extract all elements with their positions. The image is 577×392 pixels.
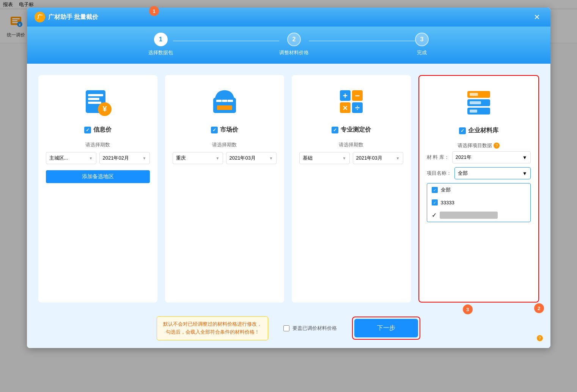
- dialog-header: 广 广材助手 批量截价 ✕: [27, 8, 550, 27]
- info-price-icon: ¥: [83, 86, 113, 118]
- help-icon[interactable]: ?: [494, 143, 500, 149]
- step-2: 2 调整材料价格: [279, 33, 309, 56]
- measure-price-period-select[interactable]: 2021年03月 ▼: [353, 152, 403, 164]
- badge-3: 3: [463, 304, 473, 314]
- dropdown-label-blurred: ████████: [440, 212, 498, 219]
- material-library-label: 材 料 库：: [427, 154, 449, 161]
- market-price-title: ✓ 市场价: [211, 126, 238, 134]
- project-name-select[interactable]: 全部 ▼: [454, 167, 531, 179]
- info-price-selects: 主城区... ▼ 2021年02月 ▼: [46, 152, 150, 164]
- project-name-label: 项目名称：: [427, 170, 451, 177]
- project-name-row: 项目名称： 全部 ▼: [427, 167, 531, 179]
- cover-label: 要盖已调价材料价格: [292, 325, 337, 332]
- badge-1: 1: [149, 6, 159, 16]
- step-line-2: [309, 41, 415, 41]
- next-btn-area: 下一步: [352, 317, 420, 340]
- info-price-select-label: 请选择期数: [85, 141, 110, 148]
- footer-help-icon[interactable]: ?: [537, 335, 543, 341]
- dropdown-item-blurred[interactable]: ✓ ████████: [427, 209, 530, 222]
- steps-bar: 1 选择数据包 2 调整材料价格 3 完成: [27, 27, 550, 64]
- step-3-label: 完成: [417, 49, 427, 56]
- dropdown-checkbox-all: ✓: [432, 187, 438, 193]
- svg-rect-53: [88, 102, 101, 104]
- info-price-card: ¥ ✓ 信息价 请选择期数 主城区... ▼ 2021年02月 ▼: [38, 75, 157, 303]
- step-1-circle: 1: [154, 33, 168, 46]
- svg-text:¥: ¥: [102, 105, 107, 113]
- dialog-overlay: 广 广材助手 批量截价 ✕ 1 选择数据包 2 调整材料价格 3 完成: [0, 0, 577, 392]
- svg-rect-51: [88, 94, 103, 96]
- svg-text:×: ×: [343, 103, 347, 113]
- info-price-region-select[interactable]: 主城区... ▼: [46, 152, 96, 164]
- cover-row: 要盖已调价材料价格: [283, 325, 337, 332]
- svg-rect-70: [470, 93, 478, 96]
- info-price-title: ✓ 信息价: [84, 126, 112, 134]
- info-price-period-select[interactable]: 2021年02月 ▼: [99, 152, 150, 164]
- material-library-select[interactable]: 2021年 ▼: [452, 151, 531, 163]
- badge-2: 2: [534, 303, 544, 313]
- batch-price-dialog: 广 广材助手 批量截价 ✕ 1 选择数据包 2 调整材料价格 3 完成: [27, 8, 550, 348]
- enterprise-material-checkbox[interactable]: ✓: [459, 127, 466, 134]
- dropdown-checkbox-33333: ✓: [432, 199, 438, 205]
- warning-box: 默认不会对已经调整过的材料价格进行修改， 勾选后，会载入全部符合条件的材料价格！: [157, 316, 268, 340]
- project-data-label: 请选择项目数据 ?: [458, 142, 500, 149]
- svg-text:÷: ÷: [355, 103, 359, 113]
- svg-rect-57: [216, 100, 222, 102]
- step-3: 3 完成: [415, 33, 429, 56]
- step-3-circle: 3: [415, 33, 429, 46]
- dropdown-label-33333: 33333: [441, 200, 454, 205]
- svg-rect-52: [88, 98, 99, 100]
- dialog-title: 广 广材助手 批量截价: [35, 12, 98, 22]
- step-1-label: 选择数据包: [148, 49, 173, 56]
- dialog-footer: 默认不会对已经调整过的材料价格进行修改， 勾选后，会载入全部符合条件的材料价格！…: [27, 310, 550, 348]
- app-logo: 广: [35, 12, 45, 22]
- dropdown-item-all[interactable]: ✓ 全部: [427, 183, 530, 196]
- market-price-select-label: 请选择期数: [212, 141, 237, 148]
- dropdown-checkbox-blurred: ✓: [432, 212, 437, 219]
- measure-price-checkbox[interactable]: ✓: [332, 127, 338, 133]
- dropdown-label-all: 全部: [441, 187, 451, 193]
- enterprise-material-card: ✓ 企业材料库 请选择项目数据 ? 材 料 库： 2021年 ▼ 项目名称：: [418, 75, 539, 303]
- measure-price-title: ✓ 专业测定价: [332, 126, 371, 134]
- dialog-body: ¥ ✓ 信息价 请选择期数 主城区... ▼ 2021年02月 ▼: [27, 64, 550, 310]
- market-price-region-select[interactable]: 重庆 ▼: [173, 152, 223, 164]
- svg-rect-59: [228, 100, 233, 102]
- svg-rect-60: [217, 105, 232, 110]
- svg-rect-58: [222, 100, 227, 102]
- next-button[interactable]: 下一步: [354, 319, 418, 337]
- add-backup-region-button[interactable]: 添加备选地区: [46, 170, 150, 183]
- material-library-row: 材 料 库： 2021年 ▼: [427, 151, 531, 163]
- measure-price-selects: 基础 ▼ 2021年03月 ▼: [299, 152, 403, 164]
- market-price-checkbox[interactable]: ✓: [211, 127, 218, 133]
- step-2-circle: 2: [287, 33, 301, 46]
- step-1: 1 选择数据包: [148, 33, 173, 56]
- measure-price-card: + − × ÷ ✓ 专业测定价 请选择期数 基础: [292, 75, 411, 303]
- step-2-label: 调整材料价格: [279, 49, 309, 56]
- cover-checkbox[interactable]: [283, 325, 289, 331]
- market-price-selects: 重庆 ▼ 2021年03月 ▼: [173, 152, 277, 164]
- project-dropdown: ✓ 全部 ✓ 33333 ✓ ████████: [427, 183, 531, 222]
- step-line-1: [173, 41, 279, 41]
- measure-price-select-label: 请选择期数: [339, 141, 363, 148]
- market-price-period-select[interactable]: 2021年03月 ▼: [226, 152, 277, 164]
- svg-text:+: +: [343, 91, 347, 100]
- info-price-checkbox[interactable]: ✓: [84, 127, 91, 133]
- enterprise-material-icon: [464, 87, 494, 119]
- dialog-title-text: 广材助手 批量截价: [48, 13, 98, 21]
- enterprise-material-title: ✓ 企业材料库: [459, 127, 498, 135]
- measure-price-region-select[interactable]: 基础 ▼: [299, 152, 350, 164]
- measure-price-icon: + − × ÷: [336, 86, 366, 118]
- svg-rect-72: [470, 101, 481, 104]
- dropdown-item-33333[interactable]: ✓ 33333: [427, 196, 530, 209]
- dialog-close-button[interactable]: ✕: [531, 11, 543, 23]
- market-price-icon: [209, 86, 240, 118]
- svg-text:−: −: [355, 91, 360, 100]
- market-price-card: ✓ 市场价 请选择期数 重庆 ▼ 2021年03月 ▼: [165, 75, 284, 303]
- svg-rect-74: [470, 110, 477, 113]
